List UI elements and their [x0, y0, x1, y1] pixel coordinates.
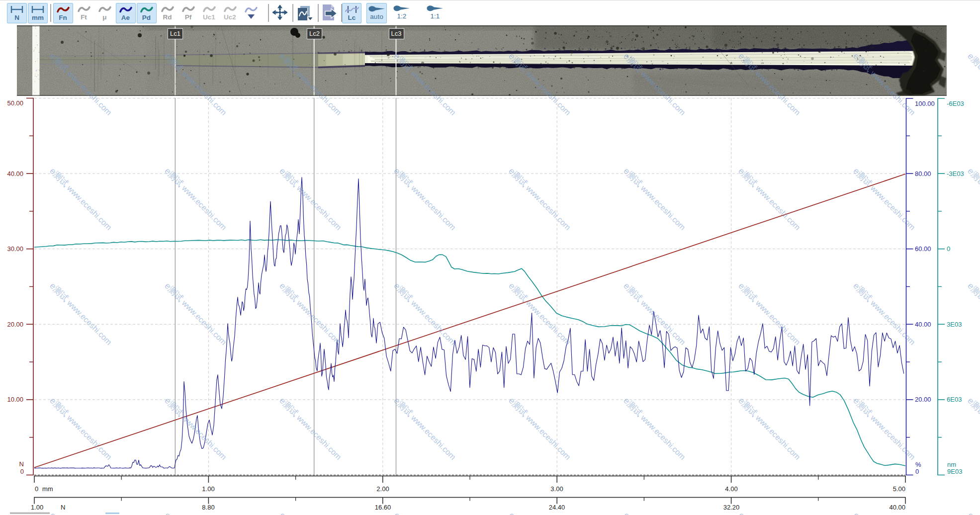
svg-text:80.00: 80.00: [915, 170, 931, 177]
svg-text:32.20: 32.20: [723, 504, 740, 511]
svg-text:-3E03: -3E03: [947, 170, 964, 177]
svg-text:24.40: 24.40: [549, 504, 565, 511]
svg-text:2.00: 2.00: [376, 485, 389, 493]
svg-text:40.00: 40.00: [889, 504, 905, 511]
svg-text:0: 0: [947, 245, 950, 253]
svg-text:N: N: [61, 504, 65, 511]
svg-text:-6E03: -6E03: [947, 100, 964, 107]
svg-text:8.80: 8.80: [202, 504, 214, 511]
svg-text:100.00: 100.00: [915, 100, 935, 107]
svg-text:5.00: 5.00: [893, 485, 905, 493]
svg-text:0: 0: [35, 485, 38, 493]
svg-text:30.00: 30.00: [7, 245, 23, 253]
svg-text:9E03: 9E03: [947, 468, 962, 475]
svg-text:0: 0: [20, 468, 24, 475]
svg-text:10.00: 10.00: [7, 396, 23, 403]
svg-text:60.00: 60.00: [915, 245, 931, 253]
svg-text:0: 0: [915, 468, 919, 475]
svg-text:N: N: [19, 460, 24, 468]
svg-text:6E03: 6E03: [947, 396, 962, 403]
svg-text:50.00: 50.00: [7, 99, 23, 107]
svg-text:3E03: 3E03: [947, 321, 962, 328]
svg-text:20.00: 20.00: [915, 396, 931, 403]
svg-text:1.00: 1.00: [31, 504, 43, 511]
svg-text:mm: mm: [42, 485, 53, 493]
svg-text:40.00: 40.00: [915, 321, 931, 328]
svg-text:3.00: 3.00: [550, 485, 563, 493]
svg-text:1.00: 1.00: [202, 485, 214, 493]
svg-text:20.00: 20.00: [7, 321, 23, 328]
svg-text:4.00: 4.00: [725, 485, 737, 493]
svg-text:40.00: 40.00: [7, 170, 23, 177]
svg-text:16.60: 16.60: [375, 504, 391, 511]
